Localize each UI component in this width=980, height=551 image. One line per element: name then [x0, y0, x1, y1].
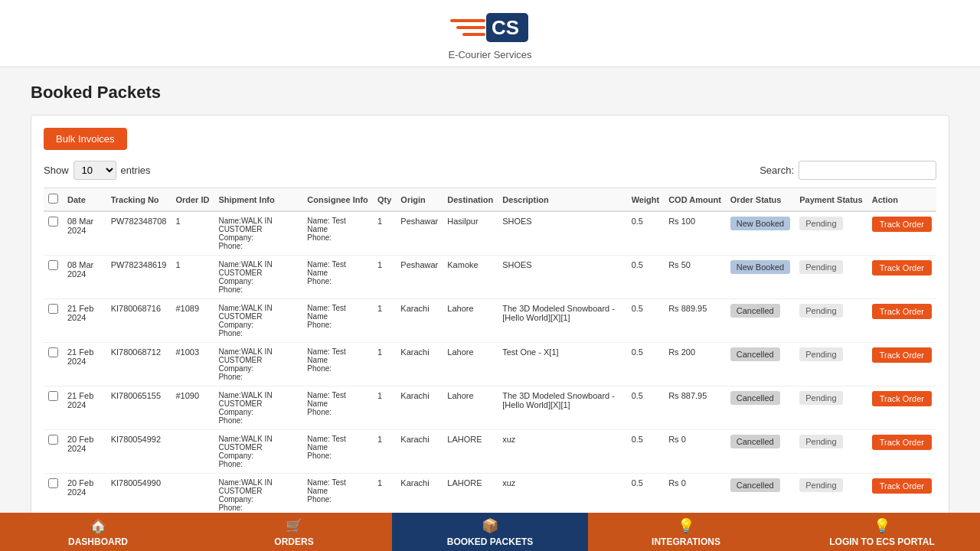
table-row: 20 Feb 2024 KI780054992 Name:WALK IN CUS…: [44, 430, 936, 474]
cell-consignee: Name: Test Name Phone:: [302, 299, 373, 343]
row-checkbox-5[interactable]: [48, 435, 58, 445]
dashboard-icon: 🏠: [90, 517, 106, 534]
search-input[interactable]: [799, 161, 936, 180]
col-description: Description: [498, 188, 627, 212]
cell-cod: Rs 0: [664, 430, 726, 474]
row-checkbox-2[interactable]: [48, 304, 58, 314]
cell-action: Track Order: [867, 299, 936, 343]
cell-tracking: KI780068712: [106, 343, 172, 386]
cell-date: 08 Mar 2024: [63, 211, 106, 256]
track-order-button-5[interactable]: Track Order: [872, 435, 932, 450]
cell-weight: 0.5: [627, 211, 664, 256]
select-all-checkbox[interactable]: [48, 194, 58, 204]
cell-description: The 3D Modeled Snowboard - [Hello World]…: [498, 386, 627, 430]
table-row: 21 Feb 2024 KI780068716 #1089 Name:WALK …: [44, 299, 936, 343]
cell-orderid: #1003: [171, 343, 214, 386]
cell-description: SHOES: [498, 211, 627, 256]
row-checkbox-1[interactable]: [48, 260, 58, 270]
cell-qty: 1: [373, 430, 396, 474]
cell-date: 08 Mar 2024: [63, 256, 106, 299]
cell-action: Track Order: [867, 430, 936, 474]
cell-action: Track Order: [867, 256, 936, 299]
cell-destination: LAHORE: [443, 430, 498, 474]
cell-destination: LAHORE: [443, 474, 498, 517]
cell-date: 21 Feb 2024: [63, 299, 106, 343]
cell-paymentstatus: Pending: [795, 299, 867, 343]
track-order-button-1[interactable]: Track Order: [872, 260, 932, 276]
col-destination: Destination: [443, 188, 498, 212]
table-row: 21 Feb 2024 KI780065155 #1090 Name:WALK …: [44, 386, 936, 430]
cell-paymentstatus: Pending: [795, 343, 867, 386]
cell-description: xuz: [498, 430, 627, 474]
cell-cod: Rs 50: [664, 256, 726, 299]
cell-shipment: Name:WALK IN CUSTOMER Company: Phone:: [214, 299, 302, 343]
cell-qty: 1: [373, 343, 396, 386]
row-checkbox-6[interactable]: [48, 478, 58, 488]
track-order-button-3[interactable]: Track Order: [872, 347, 932, 363]
nav-orders[interactable]: 🛒 ORDERS: [196, 513, 392, 551]
track-order-button-0[interactable]: Track Order: [872, 217, 932, 232]
cell-date: 21 Feb 2024: [63, 386, 106, 430]
table-row: 21 Feb 2024 KI780068712 #1003 Name:WALK …: [44, 343, 936, 386]
cell-orderid: #1089: [171, 299, 214, 343]
cell-weight: 0.5: [627, 430, 664, 474]
cell-qty: 1: [373, 474, 396, 517]
cell-consignee: Name: Test Name Phone:: [302, 343, 373, 386]
cell-shipment: Name:WALK IN CUSTOMER Company: Phone:: [214, 256, 302, 299]
col-qty: Qty: [373, 188, 396, 212]
cell-paymentstatus: Pending: [795, 386, 867, 430]
cell-weight: 0.5: [627, 343, 664, 386]
nav-login-ecs[interactable]: 💡 LOGIN TO ECS PORTAL: [784, 513, 980, 551]
packets-table: Date Tracking No Order ID Shipment Info …: [44, 187, 936, 551]
cell-cod: Rs 0: [664, 474, 726, 517]
row-checkbox-4[interactable]: [48, 391, 58, 401]
cell-origin: Peshawar: [396, 256, 443, 299]
row-checkbox-0[interactable]: [48, 217, 58, 227]
svg-text:CS: CS: [492, 16, 519, 39]
cell-consignee: Name: Test Name Phone:: [302, 256, 373, 299]
cell-weight: 0.5: [627, 386, 664, 430]
col-date: Date: [63, 188, 106, 212]
cell-date: 20 Feb 2024: [63, 474, 106, 517]
table-container: Bulk Invoices Show 10 25 50 100 entries …: [31, 115, 949, 551]
logo-tagline: E-Courier Services: [448, 49, 531, 60]
cell-action: Track Order: [867, 386, 936, 430]
nav-dashboard[interactable]: 🏠 DASHBOARD: [0, 513, 196, 551]
logo-icon: CS: [444, 9, 536, 47]
col-cod: COD Amount: [664, 188, 726, 212]
nav-integrations[interactable]: 💡 INTEGRATIONS: [588, 513, 784, 551]
cell-date: 21 Feb 2024: [63, 343, 106, 386]
header: CS E-Courier Services: [0, 0, 980, 67]
nav-booked-packets[interactable]: 📦 BOOKED PACKETS: [392, 513, 588, 551]
cell-destination: Hasilpur: [443, 211, 498, 256]
cell-tracking: KI780068716: [106, 299, 172, 343]
track-order-button-6[interactable]: Track Order: [872, 478, 932, 494]
nav-booked-packets-label: BOOKED PACKETS: [447, 536, 533, 547]
col-shipment: Shipment Info: [214, 188, 302, 212]
cell-qty: 1: [373, 386, 396, 430]
cell-action: Track Order: [867, 474, 936, 517]
cell-description: The 3D Modeled Snowboard - [Hello World]…: [498, 299, 627, 343]
cell-shipment: Name:WALK IN CUSTOMER Company: Phone:: [214, 474, 302, 517]
cell-paymentstatus: Pending: [795, 430, 867, 474]
col-orderstatus: Order Status: [726, 188, 795, 212]
login-ecs-icon: 💡: [874, 517, 890, 534]
track-order-button-2[interactable]: Track Order: [872, 304, 932, 319]
cell-weight: 0.5: [627, 474, 664, 517]
entries-select[interactable]: 10 25 50 100: [74, 161, 116, 180]
table-controls: Show 10 25 50 100 entries Search:: [44, 161, 936, 180]
show-entries: Show 10 25 50 100 entries: [44, 161, 151, 180]
table-row: 20 Feb 2024 KI780054990 Name:WALK IN CUS…: [44, 474, 936, 517]
col-weight: Weight: [627, 188, 664, 212]
row-checkbox-3[interactable]: [48, 347, 58, 357]
cell-weight: 0.5: [627, 299, 664, 343]
search-label: Search:: [760, 165, 794, 176]
cell-origin: Karachi: [396, 386, 443, 430]
nav-dashboard-label: DASHBOARD: [68, 536, 128, 547]
cell-destination: Lahore: [443, 343, 498, 386]
integrations-icon: 💡: [678, 517, 694, 534]
bulk-invoices-button[interactable]: Bulk Invoices: [44, 128, 127, 150]
track-order-button-4[interactable]: Track Order: [872, 391, 932, 406]
cell-orderstatus: New Booked: [726, 211, 795, 256]
cell-shipment: Name:WALK IN CUSTOMER Company: Phone:: [214, 211, 302, 256]
